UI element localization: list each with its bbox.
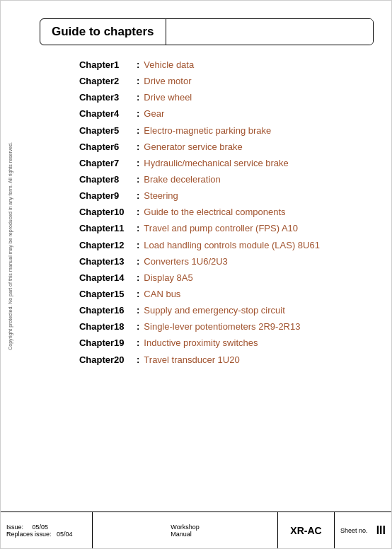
replaces-row: Replaces issue: 05/04 [6, 531, 86, 538]
chapter-title: Single-lever potentiometers 2R9-2R13 [144, 320, 300, 334]
chapter-colon: : [137, 320, 139, 334]
chapter-number: 19 [114, 336, 137, 350]
issue-value: 05/05 [33, 524, 49, 531]
main-content: Guide to chapters Chapter 1:Vehicle data… [40, 18, 374, 506]
chapter-item: Chapter 10:Guide to the electrical compo… [40, 205, 374, 219]
chapter-label: Chapter [40, 271, 114, 285]
chapter-number: 5 [114, 124, 137, 138]
chapter-number: 11 [114, 221, 137, 236]
footer-product-cell: XR-AC [278, 512, 335, 548]
chapter-colon: : [137, 173, 139, 187]
chapter-item: Chapter 19:Inductive proximity switches [40, 336, 374, 350]
chapter-label: Chapter [40, 304, 114, 318]
chapter-item: Chapter 16:Supply and emergency-stop cir… [40, 304, 374, 318]
chapter-label: Chapter [40, 205, 114, 219]
chapter-number: 13 [114, 255, 137, 269]
chapter-header-right [166, 19, 373, 45]
chapter-number: 7 [114, 156, 137, 171]
chapter-colon: : [137, 255, 139, 269]
chapter-colon: : [137, 140, 139, 154]
chapter-colon: : [137, 189, 139, 203]
chapter-label: Chapter [40, 238, 114, 253]
copyright-text: Copyright protected. No part of this man… [8, 142, 18, 350]
chapter-number: 10 [114, 205, 137, 219]
chapter-colon: : [137, 271, 139, 285]
chapter-title: Generator service brake [144, 140, 242, 154]
footer-manual-line2: Manual [171, 531, 199, 538]
chapter-item: Chapter 15:CAN bus [40, 287, 374, 301]
chapter-number: 12 [114, 238, 137, 253]
chapter-colon: : [137, 156, 139, 171]
chapter-colon: : [137, 353, 139, 367]
chapter-label: Chapter [40, 320, 114, 334]
chapter-item: Chapter 5:Electro-magnetic parking brake [40, 124, 374, 138]
chapter-item: Chapter 4:Gear [40, 107, 374, 121]
chapter-header-box: Guide to chapters [40, 18, 374, 45]
chapter-item: Chapter 20:Travel transducer 1U20 [40, 353, 374, 367]
chapter-number: 1 [114, 58, 137, 72]
replaces-value: 05/04 [57, 531, 73, 538]
chapter-title: CAN bus [144, 287, 180, 301]
chapter-title: Gear [144, 107, 164, 121]
chapter-colon: : [137, 124, 139, 138]
chapter-label: Chapter [40, 221, 114, 236]
chapter-label: Chapter [40, 156, 114, 171]
chapter-label: Chapter [40, 74, 114, 88]
chapter-title: Guide to the electrical components [144, 205, 285, 219]
chapter-colon: : [137, 205, 139, 219]
chapter-number: 9 [114, 189, 137, 203]
chapter-number: 20 [114, 353, 137, 367]
chapter-colon: : [137, 304, 139, 318]
chapter-title: Vehicle data [144, 58, 194, 72]
chapter-label: Chapter [40, 255, 114, 269]
chapter-item: Chapter 3:Drive wheel [40, 91, 374, 105]
chapter-label: Chapter [40, 107, 114, 121]
chapter-list: Chapter 1:Vehicle dataChapter 2:Drive mo… [40, 58, 374, 367]
chapter-colon: : [137, 221, 139, 236]
chapter-title: Travel transducer 1U20 [144, 353, 239, 367]
chapter-item: Chapter 11:Travel and pump controller (F… [40, 221, 374, 236]
chapter-item: Chapter 6:Generator service brake [40, 140, 374, 154]
chapter-item: Chapter 13:Converters 1U6/2U3 [40, 255, 374, 269]
footer: Issue: 05/05 Replaces issue: 05/04 Works… [1, 512, 391, 548]
chapter-title: Steering [144, 189, 178, 203]
chapter-item: Chapter 12:Load handling controls module… [40, 238, 374, 253]
chapter-number: 16 [114, 304, 137, 318]
chapter-item: Chapter 8:Brake deceleration [40, 173, 374, 187]
chapter-number: 18 [114, 320, 137, 334]
issue-row: Issue: 05/05 [6, 524, 86, 531]
chapter-title: Brake deceleration [144, 173, 220, 187]
chapter-title: Travel and pump controller (FPS) A10 [144, 221, 298, 236]
chapter-item: Chapter 2:Drive motor [40, 74, 374, 88]
issue-label: Issue: [6, 524, 23, 531]
chapter-item: Chapter 9:Steering [40, 189, 374, 203]
chapter-title: Drive wheel [144, 91, 192, 105]
chapter-header-title: Guide to chapters [40, 19, 166, 45]
footer-manual-line1: Workshop [171, 524, 199, 531]
chapter-colon: : [137, 74, 139, 88]
chapter-number: 4 [114, 107, 137, 121]
footer-manual-text-block: Workshop Manual [171, 524, 199, 538]
chapter-colon: : [137, 107, 139, 121]
chapter-number: 8 [114, 173, 137, 187]
chapter-item: Chapter 1:Vehicle data [40, 58, 374, 72]
chapter-colon: : [137, 58, 139, 72]
footer-sheet-cell: Sheet no. III [335, 512, 391, 548]
chapter-label: Chapter [40, 58, 114, 72]
chapter-title: Display 8A5 [144, 271, 192, 285]
chapter-title: Load handling controls module (LAS) 8U61 [144, 238, 320, 253]
chapter-title: Drive motor [144, 74, 191, 88]
footer-manual-cell: Workshop Manual [93, 512, 278, 548]
chapter-title: Converters 1U6/2U3 [144, 255, 228, 269]
chapter-label: Chapter [40, 189, 114, 203]
chapter-title: Supply and emergency-stop circuit [144, 304, 284, 318]
chapter-title: Hydraulic/mechanical service brake [144, 156, 288, 171]
chapter-label: Chapter [40, 140, 114, 154]
chapter-colon: : [137, 336, 139, 350]
chapter-number: 3 [114, 91, 137, 105]
chapter-number: 2 [114, 74, 137, 88]
page: Copyright protected. No part of this man… [0, 0, 392, 549]
chapter-label: Chapter [40, 173, 114, 187]
chapter-number: 6 [114, 140, 137, 154]
chapter-colon: : [137, 91, 139, 105]
